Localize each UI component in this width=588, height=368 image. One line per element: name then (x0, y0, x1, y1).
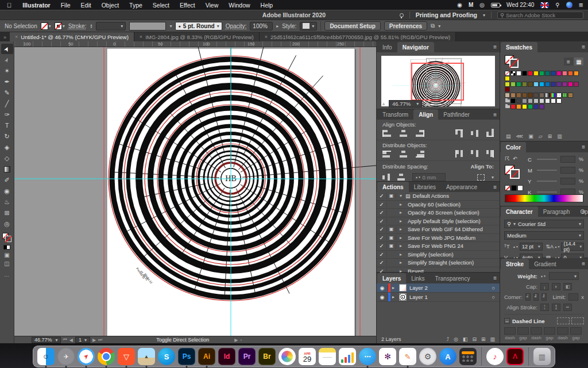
round-join-icon[interactable]: ┛ (533, 293, 539, 301)
dock-item-calendar[interactable]: APR29 (299, 348, 316, 365)
navigator-tab-info[interactable]: Info (377, 42, 397, 52)
layer-row[interactable]: ◉▸Layer 1○ (377, 293, 500, 302)
dock-item-premiere[interactable]: Pr (238, 348, 256, 365)
layer-target-icon[interactable]: ○ (492, 285, 495, 291)
direct-selection-tool[interactable]: ➢ (1, 55, 13, 65)
swatch[interactable] (516, 104, 521, 109)
swatch[interactable] (505, 82, 510, 87)
adobe-stock-search[interactable]: ⚲ Search Adobe Stock (497, 12, 583, 19)
line-segment-tool[interactable]: ╱ (1, 98, 13, 109)
align-dash-icon[interactable] (571, 317, 584, 324)
safari-icon[interactable]: ➤ (78, 348, 95, 365)
swatch[interactable] (522, 104, 527, 109)
make-mask-icon[interactable]: ◧ (463, 336, 468, 342)
action-row[interactable]: ✓▸Simplify Straight (selection) (377, 259, 500, 267)
swatch[interactable] (510, 93, 516, 98)
color-undo-icon[interactable]: ↶ (513, 156, 517, 162)
visibility-eye-icon[interactable]: ◉ (377, 294, 388, 300)
pen-tool[interactable]: ✒ (1, 76, 13, 87)
tools-stroke-swatch[interactable] (5, 236, 11, 242)
round-cap-icon[interactable]: ◗ (552, 283, 560, 290)
symbol-sprayer-tool[interactable]: ♨ (1, 197, 13, 207)
align-v-center-icon[interactable] (471, 129, 478, 137)
swatch[interactable] (556, 98, 562, 103)
color-spectrum-bar[interactable] (505, 194, 583, 202)
swatch[interactable] (556, 71, 562, 76)
opacity-value[interactable]: 100% (250, 22, 273, 30)
toggle-item-check[interactable]: ✓ (377, 218, 387, 224)
menu-view[interactable]: View (200, 2, 224, 9)
action-row[interactable]: ✓▣▸Save For Web JPG Medium (377, 234, 500, 243)
control-center-icon[interactable]: ≣ (579, 2, 583, 8)
menu-help[interactable]: Help (256, 2, 278, 9)
swatch[interactable] (528, 82, 533, 87)
dock-item-news[interactable]: ✎ (399, 348, 416, 365)
stroke-weight-label[interactable]: Stroke: (68, 23, 87, 29)
close-tab-icon[interactable]: × (15, 34, 18, 40)
system-preferences-icon[interactable]: ⚙ (419, 348, 436, 365)
camera-icon[interactable]: ◉ (457, 2, 462, 8)
locate-object-icon[interactable]: ◎ (454, 336, 458, 342)
align-right-icon[interactable] (416, 130, 424, 137)
actions-tab-actions[interactable]: Actions (377, 182, 409, 192)
m-icon[interactable]: M (469, 2, 473, 8)
app-store-icon[interactable]: A (439, 348, 457, 365)
menu-edit[interactable]: Edit (76, 2, 96, 9)
menu-window[interactable]: Window (223, 2, 255, 9)
dash-value-field[interactable] (504, 327, 516, 335)
dock-item-illustrator[interactable]: Ai (198, 348, 215, 365)
distribute-left-icon[interactable] (455, 150, 463, 158)
dock-item-bridge[interactable]: Br (258, 348, 276, 365)
menu-select[interactable]: Select (148, 2, 175, 9)
swatch[interactable] (556, 82, 562, 87)
chevron-right-icon[interactable]: ▸ (276, 24, 278, 29)
dash-value-field[interactable] (570, 327, 582, 335)
dialog-toggle[interactable]: ▣ (387, 243, 396, 248)
brave-icon[interactable]: ▽ (118, 348, 135, 365)
twirl-icon[interactable]: ▸ (396, 243, 405, 248)
twirl-icon[interactable]: ▸ (396, 210, 405, 215)
preview-icon[interactable]: ▲ (138, 348, 155, 365)
dock-item-acrobat[interactable]: Λ (506, 348, 524, 365)
align-left-icon[interactable] (382, 130, 391, 137)
toggle-item-check[interactable]: ✓ (377, 259, 387, 266)
none-swatch[interactable] (505, 185, 510, 191)
action-row[interactable]: ✓▣▸Save For Web GIF 64 Dithered (377, 225, 500, 234)
channel-slider[interactable] (537, 191, 557, 193)
spacing-value-field[interactable]: ▲▼ 0 mm (412, 173, 446, 181)
bevel-join-icon[interactable]: ┚ (541, 293, 547, 301)
document-setup-button[interactable]: Document Setup (324, 21, 380, 30)
swatch[interactable] (510, 82, 516, 87)
uk-flag-icon[interactable] (540, 2, 549, 8)
chevron-down-icon[interactable]: ▾ (49, 24, 51, 29)
swatches-tab-swatches[interactable]: Swatches (501, 42, 537, 52)
swatch[interactable] (505, 87, 510, 92)
acrobat-icon[interactable]: Λ (506, 348, 524, 365)
brush-preview[interactable] (129, 22, 166, 30)
style-select[interactable]: ▾ (300, 22, 317, 30)
brush-definition-select[interactable]: ● 5 pt. Round ▾ (175, 22, 222, 30)
stroke-tab-gradient[interactable]: Gradient (529, 259, 561, 269)
miter-join-icon[interactable]: ┙ (525, 293, 531, 301)
close-tab-icon[interactable]: × (140, 34, 142, 40)
siri-icon[interactable] (566, 2, 572, 8)
swatch[interactable] (551, 98, 556, 103)
actions-tab-libraries[interactable]: Libraries (409, 182, 441, 192)
swatch[interactable] (539, 98, 544, 103)
default-fill-stroke-icon[interactable] (3, 245, 10, 250)
new-color-group-icon[interactable]: ▱ (539, 133, 543, 139)
character-tab-character[interactable]: Character (501, 206, 538, 217)
color-group-folder-icon[interactable] (505, 98, 510, 103)
layer-thumbnail[interactable] (399, 284, 407, 292)
fill-stroke-indicator[interactable] (505, 55, 519, 68)
fill-swatch[interactable] (41, 22, 48, 30)
dashed-line-checkbox[interactable]: – (504, 318, 510, 324)
color-cycle-icon[interactable]: ☈ (505, 156, 509, 162)
swatch[interactable] (522, 93, 527, 98)
gradient-tool[interactable] (1, 164, 13, 174)
action-row[interactable]: ✓▸Apply Default Style (selection) (377, 217, 500, 226)
dock-item-photos[interactable] (278, 348, 296, 365)
action-row[interactable]: ✓▸Opacity 40 Screen (selection) (377, 209, 500, 217)
canvas[interactable]: HBPrinted 11#1 dd 15Media 12 (14, 47, 376, 336)
bridge-icon[interactable]: Br (258, 348, 276, 365)
